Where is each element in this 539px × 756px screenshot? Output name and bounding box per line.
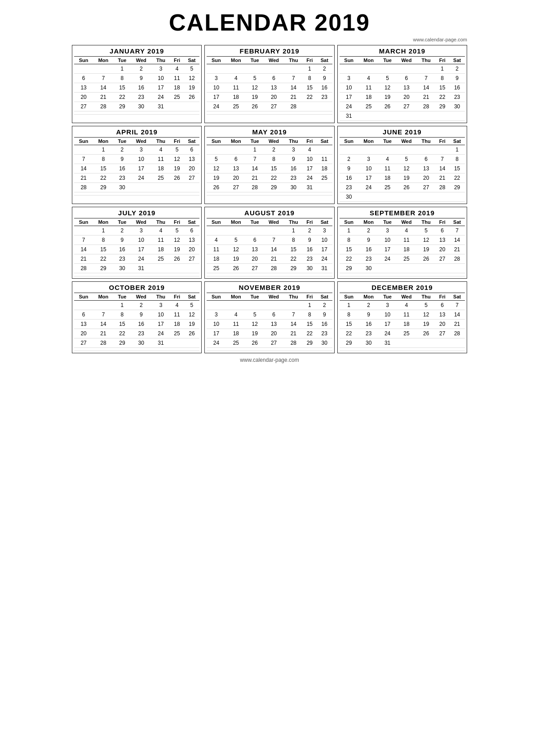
day-cell: 16 <box>131 83 152 93</box>
week-row: 12345 <box>74 64 199 74</box>
day-cell: 22 <box>284 254 303 264</box>
day-cell: 14 <box>74 164 93 173</box>
day-cell <box>358 348 379 351</box>
day-cell: 2 <box>340 155 358 164</box>
day-cell <box>152 348 170 351</box>
day-cell <box>435 348 449 351</box>
day-header: Tue <box>246 218 263 226</box>
day-cell: 27 <box>225 183 246 192</box>
day-cell: 19 <box>170 245 184 254</box>
day-cell: 11 <box>396 236 417 245</box>
day-cell <box>379 111 396 121</box>
week-row: 25262728293031 <box>207 264 332 273</box>
day-cell: 19 <box>396 173 417 183</box>
day-cell <box>340 273 358 276</box>
day-header: Mon <box>93 138 114 145</box>
day-cell: 3 <box>317 226 332 236</box>
day-cell: 23 <box>303 254 317 264</box>
day-cell: 7 <box>449 301 465 310</box>
day-cell <box>317 348 332 351</box>
day-cell: 13 <box>74 83 93 93</box>
day-cell: 24 <box>152 329 170 338</box>
day-cell: 15 <box>435 83 449 93</box>
day-cell <box>74 192 93 196</box>
day-cell <box>379 64 396 74</box>
day-cell: 16 <box>131 320 152 329</box>
day-cell: 2 <box>358 226 379 236</box>
day-cell: 7 <box>284 74 303 83</box>
day-cell <box>184 183 200 192</box>
website-bottom: www.calendar-page.com <box>72 357 467 363</box>
day-cell: 20 <box>184 245 200 254</box>
day-cell: 9 <box>303 236 317 245</box>
day-cell <box>93 348 114 351</box>
day-cell: 17 <box>207 93 225 102</box>
day-cell: 5 <box>396 155 417 164</box>
day-cell: 16 <box>449 83 465 93</box>
day-cell: 22 <box>114 93 131 102</box>
day-cell: 20 <box>435 320 449 329</box>
day-cell: 22 <box>340 254 358 264</box>
week-row: 18192021222324 <box>207 254 332 264</box>
week-row: 2930 <box>340 264 465 273</box>
day-cell: 15 <box>114 83 131 93</box>
day-cell: 10 <box>207 83 225 93</box>
day-cell: 19 <box>379 93 396 102</box>
day-cell: 26 <box>225 264 246 273</box>
day-cell <box>152 264 170 273</box>
day-cell <box>131 192 152 196</box>
day-cell <box>396 192 417 202</box>
day-cell: 8 <box>303 310 317 320</box>
day-header: Sat <box>449 218 465 226</box>
day-cell <box>170 338 184 348</box>
day-cell: 12 <box>417 310 435 320</box>
week-row: 123456 <box>74 145 199 155</box>
day-cell <box>449 192 465 202</box>
week-row: 293031 <box>340 338 465 348</box>
week-row <box>74 273 199 276</box>
day-cell <box>379 145 396 155</box>
day-cell: 1 <box>246 145 263 155</box>
day-cell: 26 <box>184 329 200 338</box>
day-cell <box>263 226 284 236</box>
day-cell <box>396 338 417 348</box>
day-cell: 7 <box>263 236 284 245</box>
week-row: 11121314151617 <box>207 245 332 254</box>
day-header: Thu <box>152 293 170 301</box>
day-cell <box>225 192 246 196</box>
day-cell <box>170 111 184 115</box>
day-cell: 1 <box>449 145 465 155</box>
day-header: Sun <box>74 138 93 145</box>
day-cell: 28 <box>74 183 93 192</box>
day-cell: 12 <box>207 164 225 173</box>
month-box: OCTOBER 2019SunMonTueWedThuFriSat1234567… <box>72 281 202 353</box>
day-cell <box>131 111 152 115</box>
day-cell: 9 <box>358 310 379 320</box>
page-title: CALENDAR 2019 <box>72 9 467 36</box>
day-cell <box>449 264 465 273</box>
day-header: Fri <box>170 57 184 64</box>
day-header: Tue <box>379 138 396 145</box>
day-cell: 17 <box>379 320 396 329</box>
month-title: SEPTEMBER 2019 <box>340 209 465 217</box>
day-header: Mon <box>93 218 114 226</box>
day-cell: 9 <box>131 74 152 83</box>
day-cell: 18 <box>396 320 417 329</box>
day-cell: 16 <box>114 164 131 173</box>
day-header: Fri <box>303 138 317 145</box>
day-cell: 29 <box>435 102 449 111</box>
day-cell: 10 <box>303 155 317 164</box>
week-row: 2728293031 <box>74 102 199 111</box>
day-cell: 11 <box>207 245 225 254</box>
day-header: Thu <box>417 138 435 145</box>
day-cell: 7 <box>74 155 93 164</box>
month-box: JUNE 2019SunMonTueWedThuFriSat1234567891… <box>337 126 467 204</box>
day-cell: 30 <box>358 338 379 348</box>
day-cell: 2 <box>114 145 131 155</box>
month-title: FEBRUARY 2019 <box>207 47 332 55</box>
day-header: Thu <box>284 57 303 64</box>
day-cell: 22 <box>93 254 114 264</box>
day-cell: 21 <box>246 173 263 183</box>
day-cell: 9 <box>317 310 332 320</box>
day-cell: 17 <box>358 173 379 183</box>
